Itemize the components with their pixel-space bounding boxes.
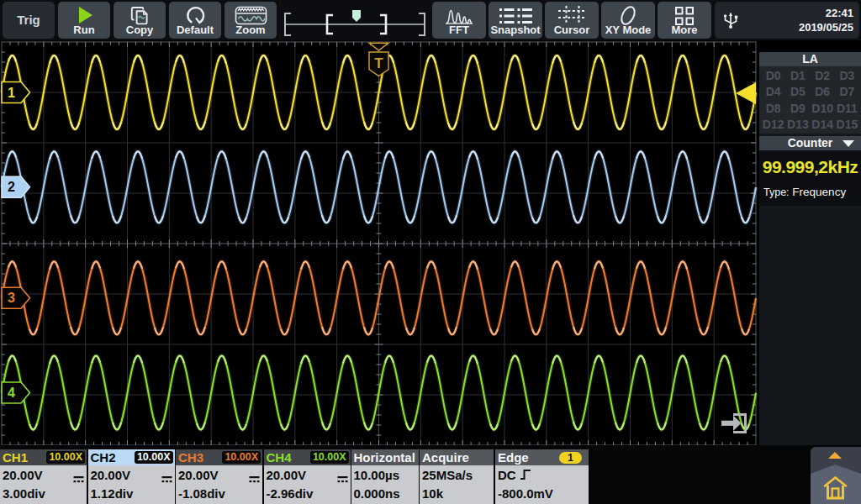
status-date: 2019/05/25 bbox=[799, 20, 853, 34]
digital-channel-d5[interactable]: D5 bbox=[790, 85, 806, 98]
trig-button[interactable]: Trig bbox=[3, 2, 55, 39]
fft-button[interactable]: FFT bbox=[432, 2, 486, 39]
trig-button-label: Trig bbox=[17, 14, 40, 26]
channel-position: 3.00div bbox=[3, 486, 45, 501]
svg-text:2: 2 bbox=[8, 180, 15, 194]
grid-squares-icon bbox=[658, 4, 711, 26]
crosshair-icon bbox=[545, 4, 599, 26]
channel-header-ch4: CH410.00X bbox=[264, 449, 351, 465]
channel-box-ch2[interactable]: CH210.00X20.00V1.12div bbox=[88, 449, 175, 504]
digital-channel-d14[interactable]: D14 bbox=[811, 118, 833, 131]
digital-channel-d6[interactable]: D6 bbox=[815, 85, 830, 98]
acquire-label: Acquire bbox=[420, 450, 494, 465]
digital-channel-d7[interactable]: D7 bbox=[839, 85, 854, 98]
digital-channel-d1[interactable]: D1 bbox=[790, 69, 806, 82]
zoom-button-label: Zoom bbox=[235, 24, 265, 36]
channel-name: CH3 bbox=[176, 450, 222, 465]
snapshot-button[interactable]: Snapshot bbox=[489, 2, 542, 39]
channel-box-ch1[interactable]: CH110.00X20.00V3.00div bbox=[0, 449, 87, 504]
horizontal-box[interactable]: Horizontal10.00µs0.000ns bbox=[351, 449, 419, 504]
edge-label: Edge bbox=[495, 450, 559, 465]
oscilloscope-screen: { "app": {"type": "tablet-oscilloscope-u… bbox=[0, 0, 861, 504]
cursor-button[interactable]: Cursor bbox=[545, 2, 599, 39]
copy-button-label: Copy bbox=[126, 24, 154, 36]
channel-name: CH4 bbox=[264, 450, 310, 465]
trigger-level: -800.0mV bbox=[498, 486, 553, 501]
counter-panel-header[interactable]: Counter bbox=[759, 136, 861, 150]
counter-type: Type: Frequency bbox=[763, 186, 846, 198]
xymode-button[interactable]: XY Mode bbox=[601, 2, 655, 39]
digital-channel-d2[interactable]: D2 bbox=[815, 69, 830, 82]
probe-badge: 10.00X bbox=[135, 451, 173, 464]
default-button[interactable]: Default bbox=[169, 2, 221, 39]
trigger-level-arrow[interactable] bbox=[736, 82, 756, 104]
usb-icon bbox=[720, 9, 742, 34]
trigger-position-flag[interactable] bbox=[352, 10, 361, 22]
up-triangle-icon[interactable] bbox=[828, 452, 842, 459]
channel-body: 20.00V3.00div bbox=[0, 465, 87, 504]
channel-header-ch1: CH110.00X bbox=[0, 449, 87, 465]
digital-channel-d0[interactable]: D0 bbox=[766, 69, 781, 82]
channel-box-ch3[interactable]: CH310.00X20.00V-1.08div bbox=[176, 449, 262, 504]
trigger-coupling: DC bbox=[498, 468, 531, 483]
channel-body: 20.00V-1.08div bbox=[176, 465, 262, 504]
channel-position: -1.08div bbox=[178, 486, 225, 501]
wave-zoom-icon bbox=[224, 4, 277, 26]
snapshot-button-label: Snapshot bbox=[490, 24, 540, 36]
channel-position: -2.96div bbox=[267, 486, 314, 501]
waveform-display[interactable]: 1234T bbox=[0, 40, 861, 445]
digital-channel-d9[interactable]: D9 bbox=[790, 102, 806, 115]
copy-icon bbox=[114, 4, 166, 26]
copy-button[interactable]: Copy bbox=[114, 2, 166, 39]
acquire-row2: 10k bbox=[422, 486, 443, 501]
acquire-box[interactable]: Acquire25MSa/s10k bbox=[420, 449, 494, 504]
run-button[interactable]: Run bbox=[58, 2, 110, 39]
channel-box-ch4[interactable]: CH410.00X20.00V-2.96div bbox=[264, 449, 351, 504]
timebase-position-indicator[interactable] bbox=[283, 2, 427, 39]
svg-text:3: 3 bbox=[8, 291, 15, 305]
edge-trigger-box[interactable]: Edge1DC-800.0mV bbox=[495, 449, 589, 504]
list-icon bbox=[489, 4, 542, 26]
probe-badge: 10.00X bbox=[310, 451, 349, 464]
la-panel-title: LA bbox=[802, 52, 818, 66]
la-digital-channels: D0D1D2D3D4D5D6D7D8D9D10D11D12D13D14D15 bbox=[759, 66, 861, 134]
channel-name: CH2 bbox=[88, 450, 135, 465]
digital-channel-d15[interactable]: D15 bbox=[837, 118, 858, 131]
status-clock-panel: 22:41 2019/05/25 bbox=[715, 2, 859, 39]
more-button-label: More bbox=[671, 24, 697, 36]
home-button[interactable] bbox=[811, 464, 861, 504]
more-button[interactable]: More bbox=[658, 2, 711, 39]
digital-channel-d3[interactable]: D3 bbox=[839, 69, 854, 82]
channel-scale: 20.00V bbox=[178, 468, 219, 483]
digital-channel-d4[interactable]: D4 bbox=[766, 85, 781, 98]
channel-scale: 20.00V bbox=[267, 468, 307, 483]
spectrum-icon bbox=[432, 4, 486, 26]
horizontal-row2: 0.000ns bbox=[354, 486, 400, 501]
dc-coupling-icon bbox=[73, 472, 84, 487]
digital-channel-d12[interactable]: D12 bbox=[763, 118, 784, 131]
la-panel-header[interactable]: LA bbox=[759, 52, 861, 66]
channel-header-ch2: CH210.00X bbox=[88, 449, 175, 465]
digital-channel-d8[interactable]: D8 bbox=[766, 102, 781, 115]
counter-type-value: Frequency bbox=[792, 186, 846, 198]
dc-coupling-icon bbox=[161, 472, 172, 487]
trigger-source-badge: 1 bbox=[559, 452, 582, 464]
digital-channel-d11[interactable]: D11 bbox=[837, 102, 858, 115]
probe-badge: 10.00X bbox=[46, 451, 85, 464]
svg-text:1: 1 bbox=[8, 86, 15, 100]
counter-type-label: Type: bbox=[763, 186, 790, 198]
channel-header-ch3: CH310.00X bbox=[176, 449, 262, 465]
status-time: 22:41 bbox=[799, 6, 853, 20]
default-button-label: Default bbox=[177, 24, 214, 36]
xymode-button-label: XY Mode bbox=[605, 24, 652, 36]
bottom-status-bar: CH110.00X20.00V3.00divCH210.00X20.00V1.1… bbox=[0, 445, 861, 504]
digital-channel-d10[interactable]: D10 bbox=[811, 102, 833, 115]
horizontal-label: Horizontal bbox=[351, 450, 419, 465]
zoom-button[interactable]: Zoom bbox=[224, 2, 277, 39]
svg-text:T: T bbox=[374, 55, 383, 71]
run-button-label: Run bbox=[73, 24, 94, 36]
digital-channel-d13[interactable]: D13 bbox=[787, 118, 809, 131]
channel-position: 1.12div bbox=[91, 486, 134, 501]
chevron-down-icon bbox=[843, 140, 854, 147]
cursor-button-label: Cursor bbox=[554, 24, 590, 36]
